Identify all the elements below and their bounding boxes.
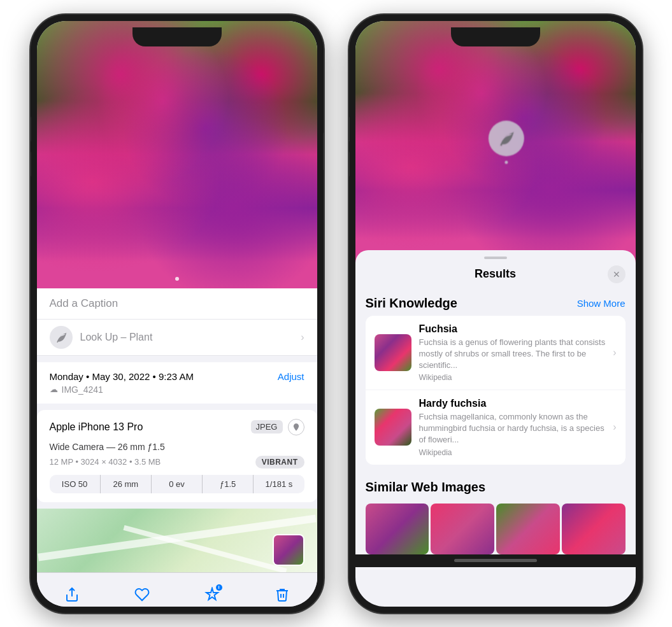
fuchsia-desc: Fuchsia is a genus of flowering plants t… — [419, 337, 606, 372]
location-badge — [288, 419, 304, 435]
phone-2-screen: Results ✕ Siri Knowledge Show More — [355, 21, 636, 607]
show-more-button[interactable]: Show More — [577, 298, 626, 309]
phone-1-content: Add a Caption Look Up – Plant › — [37, 21, 317, 607]
fuchsia-source: Wikipedia — [419, 373, 606, 382]
map-thumbnail — [273, 534, 304, 566]
exif-focal: 26 mm — [101, 475, 152, 493]
fuchsia-thumbnail — [375, 334, 411, 371]
similar-section: Similar Web Images — [355, 470, 636, 554]
hardy-desc: Fuchsia magellanica, commonly known as t… — [419, 411, 606, 446]
hardy-name: Hardy fuchsia — [419, 398, 606, 409]
share-icon — [64, 587, 80, 602]
photo-display-2 — [355, 21, 636, 263]
home-indicator-area-2 — [355, 554, 636, 567]
exif-ev: 0 ev — [152, 475, 203, 493]
hardy-chevron-icon: › — [613, 421, 616, 433]
drag-handle[interactable] — [484, 257, 507, 259]
device-badges: JPEG — [251, 419, 304, 435]
heart-icon — [134, 587, 150, 602]
metadata-section: Monday • May 30, 2022 • 9:23 AM Adjust ☁… — [37, 362, 317, 404]
camera-specs: Wide Camera — 26 mm ƒ1.5 — [50, 442, 304, 452]
info-button[interactable]: i — [198, 581, 226, 607]
info-badge-text: i — [218, 584, 219, 590]
leaf-siri-icon — [497, 129, 515, 147]
filename: IMG_4241 — [62, 384, 103, 395]
photo-date: Monday • May 30, 2022 • 9:23 AM — [50, 371, 194, 382]
close-icon: ✕ — [613, 269, 620, 279]
mp-row: 12 MP • 3024 × 4032 • 3.5 MB VIBRANT — [50, 456, 304, 468]
location-icon — [292, 423, 301, 432]
hardy-thumbnail — [375, 409, 411, 446]
share-button[interactable] — [58, 581, 86, 607]
lookup-icon-circle — [50, 326, 73, 349]
map-section[interactable] — [37, 509, 317, 572]
hardy-source: Wikipedia — [419, 448, 606, 457]
close-button[interactable]: ✕ — [608, 265, 626, 283]
date-row: Monday • May 30, 2022 • 9:23 AM Adjust — [50, 371, 304, 382]
format-badge: JPEG — [251, 420, 283, 433]
siri-dot — [504, 160, 508, 164]
similar-title: Similar Web Images — [366, 480, 486, 495]
similar-images-row — [355, 504, 636, 554]
bottom-toolbar: i — [37, 572, 317, 607]
trash-icon — [275, 587, 290, 602]
photo-display[interactable] — [37, 21, 317, 288]
notch — [132, 27, 222, 46]
home-bar-2 — [454, 559, 537, 562]
power-button[interactable] — [323, 132, 324, 171]
caption-row: Add a Caption — [37, 288, 317, 320]
siri-knowledge-header: Siri Knowledge Show More — [355, 291, 636, 316]
cloud-icon: ☁ — [50, 384, 58, 394]
phone-2: Results ✕ Siri Knowledge Show More — [349, 15, 642, 613]
lookup-chevron-icon: › — [301, 332, 304, 343]
volume-down-button-2[interactable] — [349, 151, 350, 177]
info-badge: i — [216, 584, 222, 591]
fuchsia-chevron-icon: › — [613, 347, 616, 358]
phone-2-content: Results ✕ Siri Knowledge Show More — [355, 21, 636, 567]
similar-image-2[interactable] — [431, 504, 494, 554]
map-inner — [37, 509, 317, 572]
hardy-text: Hardy fuchsia Fuchsia magellanica, commo… — [419, 398, 606, 457]
lookup-label: Look Up – Plant — [80, 332, 153, 343]
siri-visual-lookup-badge[interactable] — [488, 120, 524, 156]
results-panel[interactable]: Results ✕ Siri Knowledge Show More — [355, 250, 636, 554]
exif-row: ISO 50 26 mm 0 ev ƒ1.5 1/181 s — [50, 475, 304, 493]
knowledge-item-hardy[interactable]: Hardy fuchsia Fuchsia magellanica, commo… — [366, 390, 626, 465]
similar-image-4[interactable] — [562, 504, 626, 554]
flower-background — [37, 21, 317, 288]
leaf-icon — [55, 331, 68, 344]
caption-placeholder[interactable]: Add a Caption — [50, 297, 118, 309]
fuchsia-thumb-image — [375, 334, 411, 371]
notch-2 — [451, 27, 540, 46]
lookup-row[interactable]: Look Up – Plant › — [37, 320, 317, 356]
knowledge-item-fuchsia[interactable]: Fuchsia Fuchsia is a genus of flowering … — [366, 316, 626, 391]
exif-iso: ISO 50 — [50, 475, 101, 493]
similar-image-1[interactable] — [366, 504, 429, 554]
mp-text: 12 MP • 3024 × 4032 • 3.5 MB — [50, 457, 161, 467]
similar-header: Similar Web Images — [355, 475, 636, 500]
volume-down-button[interactable] — [31, 151, 31, 177]
volume-up-button-2[interactable] — [349, 116, 350, 142]
adjust-button[interactable]: Adjust — [278, 371, 304, 382]
power-button-2[interactable] — [641, 132, 642, 171]
volume-up-button[interactable] — [31, 116, 31, 142]
fuchsia-name: Fuchsia — [419, 323, 606, 335]
similar-image-3[interactable] — [496, 504, 560, 554]
phone-1: Add a Caption Look Up – Plant › — [31, 15, 324, 613]
hardy-thumb-image — [375, 409, 411, 446]
device-row: Apple iPhone 13 Pro JPEG — [50, 419, 304, 435]
knowledge-card: Fuchsia Fuchsia is a genus of flowering … — [366, 316, 626, 465]
device-section: Apple iPhone 13 Pro JPEG Wide Camera — 2… — [37, 410, 317, 502]
device-name: Apple iPhone 13 Pro — [50, 421, 143, 433]
delete-button[interactable] — [268, 581, 296, 607]
exif-aperture: ƒ1.5 — [203, 475, 254, 493]
results-header: Results ✕ — [355, 263, 636, 291]
siri-knowledge-title: Siri Knowledge — [366, 296, 457, 311]
exif-shutter: 1/181 s — [254, 475, 304, 493]
filename-row: ☁ IMG_4241 — [50, 384, 304, 395]
favorite-button[interactable] — [128, 581, 156, 607]
page-indicator — [175, 277, 179, 281]
fuchsia-text: Fuchsia Fuchsia is a genus of flowering … — [419, 323, 606, 383]
info-scroll-area[interactable]: Add a Caption Look Up – Plant › — [37, 288, 317, 572]
thumbnail-image — [274, 535, 303, 565]
